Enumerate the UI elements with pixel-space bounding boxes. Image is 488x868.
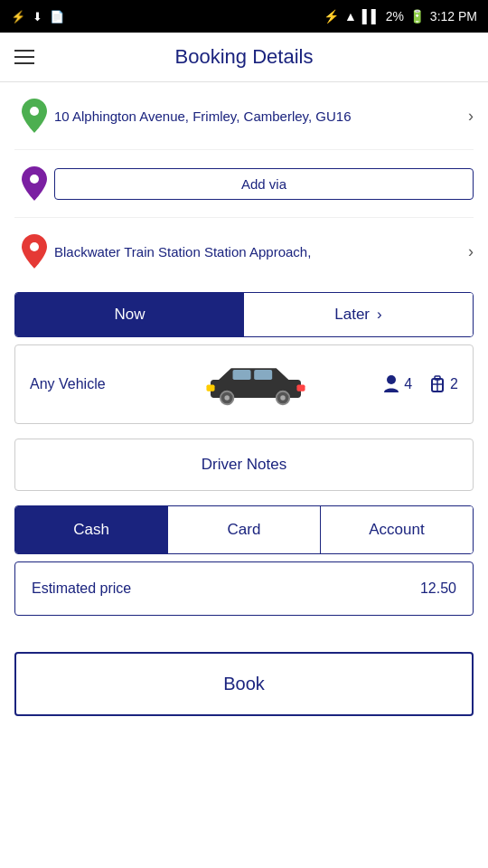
download-icon: ⬇	[33, 10, 42, 24]
battery-icon: 🔋	[409, 9, 425, 24]
later-label: Later	[334, 306, 370, 324]
cash-payment-button[interactable]: Cash	[15, 506, 167, 553]
timing-toggle: Now Later ›	[14, 292, 474, 337]
time-display: 3:12 PM	[430, 9, 477, 24]
document-icon: 📄	[50, 10, 64, 24]
add-via-button[interactable]: Add via	[54, 168, 474, 200]
book-button[interactable]: Book	[14, 652, 474, 716]
svg-rect-11	[297, 384, 305, 391]
payment-toggle: Cash Card Account	[14, 505, 474, 554]
via-row: Add via	[14, 150, 474, 218]
svg-point-2	[30, 242, 39, 251]
dropoff-address: Blackwater Train Station Station Approac…	[54, 242, 461, 261]
book-section: Book	[14, 652, 474, 716]
svg-point-0	[30, 107, 39, 116]
pickup-row[interactable]: 10 Alphington Avenue, Frimley, Camberley…	[14, 82, 474, 150]
luggage-stat: 2	[428, 374, 458, 394]
price-value: 12.50	[420, 580, 456, 597]
svg-point-1	[30, 175, 39, 184]
price-label: Estimated price	[32, 580, 131, 597]
vehicle-label: Any Vehicle	[30, 376, 129, 392]
locations-section: 10 Alphington Avenue, Frimley, Camberley…	[0, 82, 488, 285]
vehicle-section[interactable]: Any Vehicle 4	[14, 344, 474, 424]
hamburger-menu[interactable]	[14, 50, 34, 64]
svg-point-7	[225, 395, 230, 400]
page-title: Booking Details	[49, 45, 439, 69]
hamburger-line-2	[14, 56, 34, 58]
status-bar: ⚡ ⬇ 📄 ⚡ ▲ ▌▌ 2% 🔋 3:12 PM	[0, 0, 488, 33]
pickup-arrow-icon: ›	[468, 107, 474, 126]
vehicle-stats: 4 2	[382, 374, 458, 394]
estimated-price-section: Estimated price 12.50	[14, 561, 474, 616]
card-payment-button[interactable]: Card	[167, 506, 320, 553]
hamburger-line-3	[14, 62, 34, 64]
svg-point-12	[387, 375, 396, 384]
svg-point-9	[280, 395, 285, 400]
wifi-icon: ▲	[344, 9, 357, 24]
hamburger-line-1	[14, 50, 34, 52]
account-payment-button[interactable]: Account	[320, 506, 473, 553]
status-bar-left: ⚡ ⬇ 📄	[11, 10, 64, 24]
passenger-count: 4	[404, 376, 412, 392]
dropoff-row[interactable]: Blackwater Train Station Station Approac…	[14, 218, 474, 285]
status-bar-right: ⚡ ▲ ▌▌ 2% 🔋 3:12 PM	[324, 9, 477, 24]
svg-rect-10	[207, 384, 215, 391]
dropoff-arrow-icon: ›	[468, 242, 474, 261]
usb-icon: ⚡	[11, 10, 25, 24]
pickup-pin-icon	[14, 99, 54, 133]
now-button[interactable]: Now	[15, 293, 244, 336]
driver-notes-button[interactable]: Driver Notes	[14, 439, 474, 491]
battery-text: 2%	[386, 9, 404, 24]
header: Booking Details	[0, 33, 488, 82]
signal-icon: ▌▌	[362, 9, 380, 24]
passengers-stat: 4	[382, 374, 412, 394]
vehicle-icon	[129, 362, 382, 407]
pickup-address: 10 Alphington Avenue, Frimley, Camberley…	[54, 107, 461, 126]
luggage-count: 2	[450, 376, 458, 392]
svg-rect-4	[233, 370, 251, 380]
later-arrow-icon: ›	[377, 306, 382, 324]
later-button[interactable]: Later ›	[244, 293, 473, 336]
bluetooth-icon: ⚡	[324, 9, 339, 24]
dropoff-pin-icon	[14, 234, 54, 269]
svg-rect-5	[254, 370, 272, 380]
via-pin-icon	[14, 166, 54, 201]
